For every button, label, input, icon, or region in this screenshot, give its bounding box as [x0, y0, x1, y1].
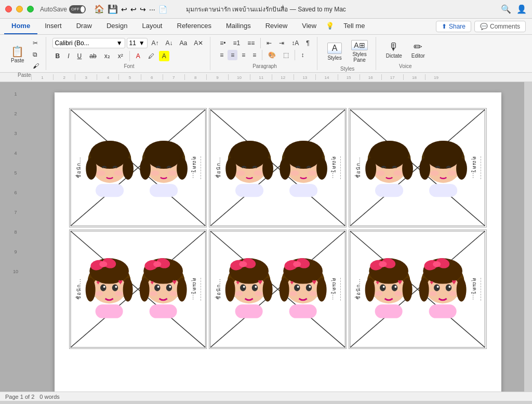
superscript-button[interactable]: x² — [115, 51, 126, 61]
change-case-button[interactable]: Aa — [177, 38, 190, 48]
bold-button[interactable]: B — [52, 51, 63, 61]
font-color-button[interactable]: A — [133, 51, 143, 61]
paste-button[interactable]: 📋 Paste — [7, 44, 28, 65]
sort-button[interactable]: ↕A — [288, 38, 302, 48]
svg-rect-183 — [429, 304, 457, 318]
window-controls — [5, 6, 34, 12]
line-spacing-button[interactable]: ↕ — [298, 50, 307, 60]
align-left-button[interactable]: ≡ — [217, 50, 227, 60]
sleep-girl-face-right-2 — [276, 114, 330, 222]
maximize-button[interactable] — [27, 6, 34, 12]
ruler-mark: 6 — [141, 74, 163, 80]
more-icon[interactable]: ··· — [149, 5, 155, 14]
ruler-mark: 3 — [75, 74, 97, 80]
copy-icon: ⧉ — [33, 51, 37, 58]
ruler-mark: 19 — [425, 74, 447, 80]
file-icon: 📄 — [158, 5, 167, 14]
justify-button[interactable]: ≡ — [249, 50, 259, 60]
svg-point-163 — [395, 291, 403, 296]
tab-design[interactable]: Design — [99, 19, 135, 34]
svg-point-21 — [140, 158, 151, 180]
save-icon[interactable]: 💾 — [108, 4, 118, 14]
redo-icon[interactable]: ↪ — [140, 5, 146, 14]
svg-rect-90 — [95, 304, 123, 318]
tab-view[interactable]: View — [295, 19, 324, 34]
decrease-indent-button[interactable]: ⇤ — [263, 38, 275, 48]
clear-format-button[interactable]: A✕ — [191, 38, 206, 48]
search-icon[interactable]: 🔍 — [501, 4, 511, 14]
card-content-bottom-left: ชื่อนัก... — [70, 230, 206, 348]
svg-rect-145 — [289, 304, 317, 318]
tab-draw[interactable]: Draw — [69, 19, 99, 34]
svg-point-34 — [254, 170, 262, 176]
svg-rect-61 — [375, 184, 403, 197]
italic-button[interactable]: I — [64, 51, 72, 61]
svg-point-157 — [379, 261, 387, 267]
bullets-button[interactable]: ≡• — [217, 38, 229, 48]
underline-button[interactable]: U — [74, 51, 85, 61]
borders-button[interactable]: ⬚ — [280, 50, 292, 60]
increase-font-button[interactable]: A↑ — [149, 38, 162, 48]
svg-rect-166 — [375, 304, 403, 318]
text-highlight-button[interactable]: A — [159, 51, 169, 61]
tab-insert[interactable]: Insert — [37, 19, 69, 34]
tab-layout[interactable]: Layout — [135, 19, 169, 34]
editor-button[interactable]: ✏ Editor — [408, 39, 429, 61]
svg-point-147 — [317, 278, 327, 301]
styles-pane-icon: A⊞ — [351, 40, 367, 50]
toggle-state: OFF — [71, 7, 79, 11]
ruler-mark: 16 — [360, 74, 381, 80]
undo-icon[interactable]: ↩ — [121, 5, 127, 14]
bow-girl-face-right: ♥ ♥ — [137, 235, 191, 343]
font-size-selector[interactable]: 11 ▼ — [127, 38, 148, 48]
tab-tellme[interactable]: Tell me — [336, 19, 372, 34]
svg-point-159 — [392, 285, 397, 291]
svg-point-179 — [429, 291, 437, 296]
svg-text:♥: ♥ — [290, 279, 294, 286]
sleep-girl-face-left-2 — [222, 114, 276, 222]
font-name-value: Calibri (Bo... — [55, 39, 89, 47]
toggle-knob — [81, 6, 85, 12]
share-profile-icon[interactable]: 👤 — [516, 4, 527, 14]
undo-icon2[interactable]: ↩ — [130, 5, 137, 14]
dictate-button[interactable]: 🎙 Dictate — [382, 39, 406, 61]
highlight-button[interactable]: 🖊 — [145, 51, 157, 61]
tab-references[interactable]: References — [170, 19, 219, 34]
svg-text:♥: ♥ — [312, 277, 316, 286]
dictate-icon: 🎙 — [389, 42, 399, 52]
decrease-font-button[interactable]: A↓ — [163, 38, 176, 48]
svg-text:♥: ♥ — [397, 277, 402, 286]
shading-button[interactable]: 🎨 — [265, 50, 279, 60]
tab-review[interactable]: Review — [258, 19, 295, 34]
home-icon[interactable]: 🏠 — [94, 4, 104, 14]
numbering-button[interactable]: ≡1 — [230, 38, 244, 48]
copy-button[interactable]: ⧉ — [30, 49, 42, 60]
close-button[interactable] — [5, 6, 12, 12]
paste-group: 📋 Paste ✂ ⧉ 🖌 Paste — [3, 37, 46, 70]
bow-girl-face-left-2: ♥ ♥ — [222, 235, 276, 343]
format-painter-button[interactable]: 🖌 — [30, 61, 42, 71]
share-button[interactable]: ⬆ Share — [436, 21, 471, 32]
multilevel-list-button[interactable]: ≡≡ — [244, 38, 258, 48]
align-right-button[interactable]: ≡ — [238, 50, 248, 60]
minimize-button[interactable] — [16, 6, 23, 12]
tab-mailings[interactable]: Mailings — [219, 19, 258, 34]
document-scroll[interactable]: ชื่อนัก... — [31, 82, 524, 392]
styles-pane-button[interactable]: A⊞ Styles Pane — [348, 38, 371, 65]
show-marks-button[interactable]: ¶ — [303, 38, 312, 48]
cut-button[interactable]: ✂ — [30, 38, 42, 48]
font-name-selector[interactable]: Calibri (Bo... ▼ — [52, 38, 125, 48]
vertical-scrollbar[interactable] — [524, 82, 532, 392]
tab-home[interactable]: Home — [4, 19, 37, 34]
comments-button[interactable]: 💬 Comments — [474, 21, 526, 32]
align-center-button[interactable]: ≡ — [228, 50, 237, 60]
styles-button[interactable]: A Styles — [324, 41, 346, 63]
status-bar: Page 1 of 2 0 words — [0, 392, 532, 401]
strikethrough-button[interactable]: ab — [86, 51, 99, 61]
document-area: 1 2 3 4 5 6 7 8 9 10 — [0, 82, 532, 392]
autosave-toggle[interactable]: OFF — [69, 5, 86, 14]
thai-text-right-5: คุณครู... — [330, 278, 341, 300]
sleep-girl-face-right — [137, 114, 191, 222]
subscript-button[interactable]: x₂ — [101, 51, 113, 61]
increase-indent-button[interactable]: ⇥ — [276, 38, 287, 48]
